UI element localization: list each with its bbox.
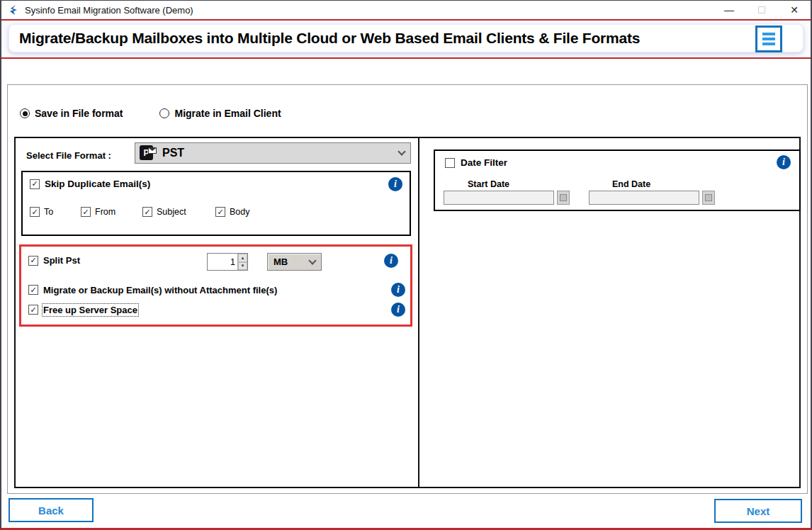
file-format-selected-value: PST <box>162 147 184 159</box>
date-filter-row: Date Filter <box>445 157 507 168</box>
radio-selected-icon <box>20 108 30 118</box>
skip-duplicate-checkbox[interactable]: ✓ <box>30 179 40 189</box>
end-date-input[interactable] <box>589 191 699 205</box>
stepper-down-button[interactable]: ▼ <box>238 262 247 271</box>
date-filter-label: Date Filter <box>461 157 507 168</box>
start-date-field <box>444 191 570 205</box>
radio-migrate-in-email-client[interactable]: Migrate in Email Client <box>159 108 281 119</box>
stepper-buttons: ▲ ▼ <box>237 254 247 270</box>
radio-unselected-icon <box>159 108 169 118</box>
end-date-field <box>589 191 715 205</box>
info-icon[interactable]: i <box>384 254 398 268</box>
info-icon[interactable]: i <box>391 283 405 297</box>
checkbox-to[interactable]: ✓ To <box>30 207 81 217</box>
split-pst-row: ✓ Split Pst 1 ▲ ▼ MB i <box>28 255 403 266</box>
mode-radio-group: Save in File format Migrate in Email Cli… <box>20 108 281 119</box>
split-unit-value: MB <box>274 256 288 267</box>
page-title: Migrate/Backup Mailboxes into Multiple C… <box>19 30 640 47</box>
start-date-input[interactable] <box>444 191 554 205</box>
options-panel: Select File Format : P PST ✓ Skip Duplic… <box>14 137 801 488</box>
split-pst-checkbox[interactable]: ✓ <box>28 256 38 266</box>
skip-duplicate-section: ✓ Skip Duplicate Email(s) i ✓ To ✓ From … <box>21 171 411 236</box>
checkbox-from[interactable]: ✓ From <box>81 207 142 217</box>
free-server-space-row: ✓ Free up Server Space i <box>28 303 403 317</box>
hamburger-menu-button[interactable] <box>755 26 782 52</box>
start-date-calendar-button[interactable] <box>557 191 570 205</box>
file-format-panel: Select File Format : P PST ✓ Skip Duplic… <box>16 138 419 487</box>
radio-save-in-file-format[interactable]: Save in File format <box>20 108 123 119</box>
split-unit-dropdown[interactable]: MB <box>267 253 322 271</box>
header-banner: Migrate/Backup Mailboxes into Multiple C… <box>1 22 811 59</box>
duplicate-criteria-row: ✓ To ✓ From ✓ Subject ✓ Body <box>30 207 398 217</box>
date-filter-section: Date Filter i Start Date End Date <box>434 150 801 211</box>
app-window: Sysinfo Email Migration Software (Demo) … <box>0 0 812 530</box>
free-server-space-checkbox[interactable]: ✓ <box>28 305 38 315</box>
without-attachment-label: Migrate or Backup Email(s) without Attac… <box>43 285 277 295</box>
back-button[interactable]: Back <box>9 498 94 522</box>
stepper-up-button[interactable]: ▲ <box>238 254 247 262</box>
banner-card: Migrate/Backup Mailboxes into Multiple C… <box>9 24 803 52</box>
info-icon[interactable]: i <box>391 303 405 317</box>
chevron-down-icon <box>397 147 405 155</box>
minimize-button[interactable]: — <box>713 1 745 19</box>
titlebar: Sysinfo Email Migration Software (Demo) … <box>1 1 811 21</box>
select-file-format-label: Select File Format : <box>26 150 111 161</box>
window-controls: — ✕ <box>713 1 811 19</box>
calendar-icon <box>705 194 712 201</box>
without-attachment-row: ✓ Migrate or Backup Email(s) without Att… <box>28 283 403 297</box>
hamburger-icon <box>762 33 775 35</box>
start-date-label: Start Date <box>468 179 509 189</box>
info-icon[interactable]: i <box>777 155 791 169</box>
close-button[interactable]: ✕ <box>778 1 811 19</box>
without-attachment-checkbox[interactable]: ✓ <box>28 285 38 295</box>
checkbox-body[interactable]: ✓ Body <box>215 207 250 217</box>
split-pst-label: Split Pst <box>43 255 80 266</box>
split-options-section: ✓ Split Pst 1 ▲ ▼ MB i <box>19 244 412 327</box>
next-button[interactable]: Next <box>714 499 802 523</box>
info-icon[interactable]: i <box>388 177 402 191</box>
end-date-label: End Date <box>612 179 650 189</box>
skip-duplicate-label: Skip Duplicate Email(s) <box>45 179 150 189</box>
maximize-icon <box>758 6 765 13</box>
checkbox-subject[interactable]: ✓ Subject <box>142 207 215 217</box>
end-date-calendar-button[interactable] <box>702 191 715 205</box>
calendar-icon <box>560 194 567 201</box>
split-size-stepper[interactable]: 1 ▲ ▼ <box>207 253 248 271</box>
split-size-value: 1 <box>208 254 237 270</box>
file-format-dropdown[interactable]: P PST <box>135 142 411 164</box>
pst-file-icon: P <box>140 145 157 162</box>
maximize-button[interactable] <box>745 1 778 19</box>
chevron-down-icon <box>308 256 316 264</box>
app-logo-icon <box>8 4 19 16</box>
window-title: Sysinfo Email Migration Software (Demo) <box>25 5 193 16</box>
skip-duplicate-row: ✓ Skip Duplicate Email(s) <box>30 179 150 189</box>
free-server-space-label: Free up Server Space <box>43 305 137 315</box>
date-filter-checkbox[interactable] <box>445 158 455 168</box>
